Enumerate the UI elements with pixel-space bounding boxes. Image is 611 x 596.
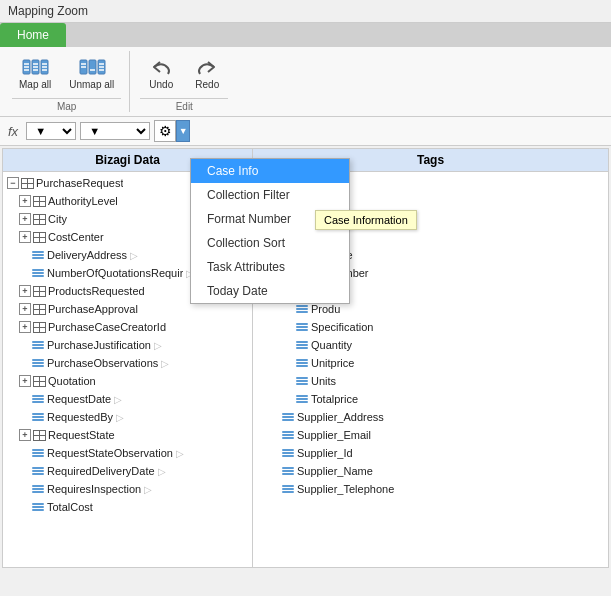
expand-requeststate[interactable]: +	[19, 429, 31, 441]
icon-productsrequested	[32, 285, 46, 297]
expand-productsrequested[interactable]: +	[19, 285, 31, 297]
tooltip-case-information: Case Information	[315, 210, 417, 230]
icon-purchasejustification	[31, 339, 45, 351]
icon-purchaseobservations	[31, 357, 45, 369]
label-requeststateobservation: RequestStateObservation	[47, 447, 173, 459]
map-arrow-requestedby: ▷	[116, 412, 124, 423]
tree-row-supplier-address[interactable]: Supplier_Address	[253, 408, 608, 426]
icon-city	[32, 213, 46, 225]
tree-row-supplier-telephone[interactable]: Supplier_Telephone	[253, 480, 608, 498]
unmap-all-icon	[78, 55, 106, 79]
label-supplier-name: Supplier_Name	[297, 465, 373, 477]
ribbon-group-edit: Undo Redo Edit	[132, 51, 236, 112]
tree-row-requestedby[interactable]: RequestedBy ▷	[3, 408, 252, 426]
dropdown-arrow-button[interactable]: ▼	[176, 120, 190, 142]
undo-icon	[147, 55, 175, 79]
tree-row-purchasejustification[interactable]: PurchaseJustification ▷	[3, 336, 252, 354]
dropdown-item-collection-sort[interactable]: Collection Sort	[191, 231, 349, 255]
undo-button[interactable]: Undo	[140, 51, 182, 94]
label-purchasejustification: PurchaseJustification	[47, 339, 151, 351]
tree-row-purchasecasecreator[interactable]: + PurchaseCaseCreatorId	[3, 318, 252, 336]
expand-authoritylevel[interactable]: +	[19, 195, 31, 207]
icon-requeststateobservation	[31, 447, 45, 459]
tree-row-quantity[interactable]: Quantity	[253, 336, 608, 354]
icon-deliveryaddress	[31, 249, 45, 261]
tree-row-purchaseobservations[interactable]: PurchaseObservations ▷	[3, 354, 252, 372]
edit-group-label: Edit	[140, 98, 228, 112]
ribbon-group-map: Map all	[4, 51, 130, 112]
redo-icon	[193, 55, 221, 79]
tree-row-requeststate[interactable]: + RequestState	[3, 426, 252, 444]
label-numberofquotations: NumberOfQuotationsRequir	[47, 267, 183, 279]
label-quantity: Quantity	[311, 339, 352, 351]
icon-quotation	[32, 375, 46, 387]
icon-quantity	[295, 339, 309, 351]
label-produ: Produ	[311, 303, 340, 315]
label-supplier-telephone: Supplier_Telephone	[297, 483, 394, 495]
icon-authoritylevel	[32, 195, 46, 207]
label-totalcost: TotalCost	[47, 501, 93, 513]
label-purchasecasecreator: PurchaseCaseCreatorId	[48, 321, 166, 333]
tree-row-requireddeliverydate[interactable]: RequiredDeliveryDate ▷	[3, 462, 252, 480]
icon-units	[295, 375, 309, 387]
map-group-label: Map	[12, 98, 121, 112]
map-all-label: Map all	[19, 79, 51, 90]
icon-requireddeliverydate	[31, 465, 45, 477]
tree-row-totalcost[interactable]: TotalCost	[3, 498, 252, 516]
expand-city[interactable]: +	[19, 213, 31, 225]
dropdown-item-task-attributes[interactable]: Task Attributes	[191, 255, 349, 279]
label-requiresinspection: RequiresInspection	[47, 483, 141, 495]
tree-row-quotation[interactable]: + Quotation	[3, 372, 252, 390]
icon-requestdate	[31, 393, 45, 405]
tab-home[interactable]: Home	[0, 23, 66, 47]
map-arrow-requeststateobservation: ▷	[176, 448, 184, 459]
icon-purchaseapproval	[32, 303, 46, 315]
expand-purchaserequest[interactable]: −	[7, 177, 19, 189]
formula-select-1[interactable]: ▼	[26, 122, 76, 140]
expand-purchasecasecreator[interactable]: +	[19, 321, 31, 333]
label-supplier-email: Supplier_Email	[297, 429, 371, 441]
icon-totalprice	[295, 393, 309, 405]
label-supplier-id: Supplier_Id	[297, 447, 353, 459]
tree-row-units[interactable]: Units	[253, 372, 608, 390]
ribbon-content: Map all	[0, 47, 611, 117]
unmap-all-label: Unmap all	[69, 79, 114, 90]
tree-row-specification[interactable]: Specification	[253, 318, 608, 336]
icon-purchasecasecreator	[32, 321, 46, 333]
redo-button[interactable]: Redo	[186, 51, 228, 94]
tree-row-requiresinspection[interactable]: RequiresInspection ▷	[3, 480, 252, 498]
icon-requeststate	[32, 429, 46, 441]
icon-numberofquotations	[31, 267, 45, 279]
expand-costcenter[interactable]: +	[19, 231, 31, 243]
icon-specification	[295, 321, 309, 333]
ribbon: Home	[0, 23, 611, 117]
label-requeststate: RequestState	[48, 429, 115, 441]
unmap-all-button[interactable]: Unmap all	[62, 51, 121, 94]
dropdown-item-collection-filter[interactable]: Collection Filter	[191, 183, 349, 207]
tree-row-supplier-id[interactable]: Supplier_Id	[253, 444, 608, 462]
undo-label: Undo	[149, 79, 173, 90]
tree-row-totalprice[interactable]: Totalprice	[253, 390, 608, 408]
label-units: Units	[311, 375, 336, 387]
expand-purchaseapproval[interactable]: +	[19, 303, 31, 315]
formula-select-2[interactable]: ▼	[80, 122, 150, 140]
tree-row-supplier-email[interactable]: Supplier_Email	[253, 426, 608, 444]
map-arrow-deliveryaddress: ▷	[130, 250, 138, 261]
map-arrow-requireddeliverydate: ▷	[158, 466, 166, 477]
map-arrow-purchasejustification: ▷	[154, 340, 162, 351]
label-costcenter: CostCenter	[48, 231, 104, 243]
label-deliveryaddress: DeliveryAddress	[47, 249, 127, 261]
tree-row-requestdate[interactable]: RequestDate ▷	[3, 390, 252, 408]
tab-bar: Home	[0, 23, 611, 47]
gear-button-group: ⚙ ▼	[154, 120, 190, 142]
dropdown-item-case-info[interactable]: Case Info	[191, 159, 349, 183]
map-all-button[interactable]: Map all	[12, 51, 58, 94]
expand-quotation[interactable]: +	[19, 375, 31, 387]
tree-row-unitprice[interactable]: Unitprice	[253, 354, 608, 372]
tree-row-requeststateobservation[interactable]: RequestStateObservation ▷	[3, 444, 252, 462]
icon-purchaserequest	[20, 177, 34, 189]
tree-row-supplier-name[interactable]: Supplier_Name	[253, 462, 608, 480]
dropdown-item-today-date[interactable]: Today Date	[191, 279, 349, 303]
gear-button[interactable]: ⚙	[154, 120, 176, 142]
icon-requiresinspection	[31, 483, 45, 495]
